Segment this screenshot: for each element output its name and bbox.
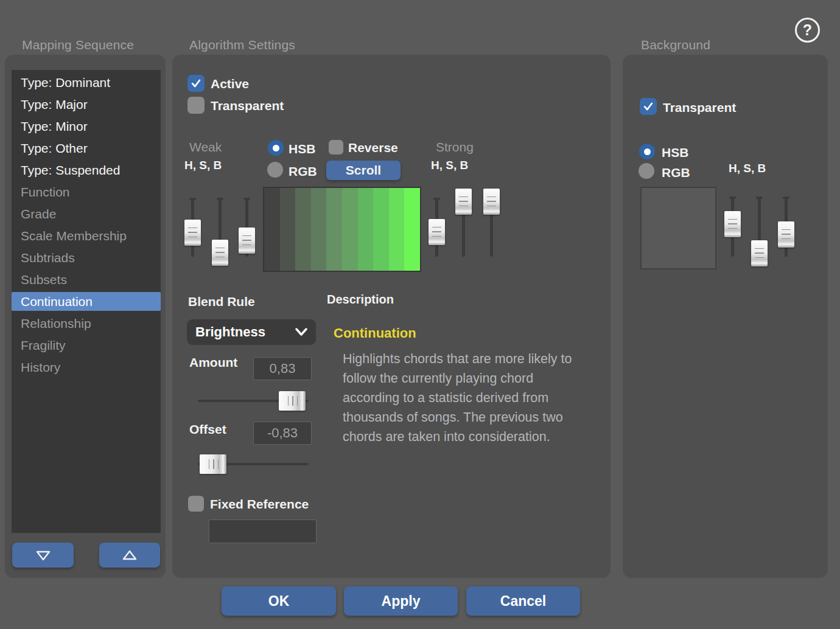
offset-slider[interactable] [198,454,309,474]
amount-field[interactable] [253,357,312,380]
weak-h-slider[interactable] [184,198,201,257]
list-item[interactable]: Grade [12,204,161,223]
active-label: Active [211,77,249,91]
list-item[interactable]: History [12,358,161,377]
list-item[interactable]: Type: Major [12,95,161,114]
scroll-button-label: Scroll [346,163,381,178]
rgb-radio[interactable] [267,162,283,178]
weak-label: Weak [189,140,222,155]
active-checkbox[interactable] [187,75,205,92]
blend-rule-label: Blend Rule [188,294,255,309]
background-h-slider[interactable] [724,197,741,257]
slider-thumb[interactable] [279,391,306,411]
list-item[interactable]: Relationship [12,314,161,333]
background-rgb-label: RGB [662,165,690,180]
gradient-band [358,188,374,271]
blend-rule-dropdown[interactable]: Brightness [187,319,316,345]
amount-slider[interactable] [198,391,309,411]
description-body: Highlights chords that are more likely t… [343,349,593,447]
background-hsb-label: HSB [662,145,688,160]
background-b-slider[interactable] [778,197,794,257]
list-item[interactable]: Function [12,182,161,201]
gradient-band [404,188,420,271]
check-icon [642,100,654,113]
gradient-band [373,188,389,271]
fixed-reference-field[interactable] [209,520,317,543]
slider-thumb[interactable] [200,454,226,474]
triangle-down-icon [34,548,52,563]
gradient-band [295,188,311,271]
mapping-sequence-panel: Type: DominantType: MajorType: MinorType… [5,55,166,578]
algorithm-settings-title: Algorithm Settings [189,38,295,52]
slider-thumb[interactable] [455,189,472,215]
cancel-button[interactable]: Cancel [466,586,580,616]
list-item[interactable]: Type: Dominant [12,73,161,92]
scroll-button[interactable]: Scroll [326,161,401,180]
gradient-band [311,188,327,271]
rgb-label: RGB [289,164,317,179]
strong-hsb-label: H, S, B [431,159,468,172]
strong-b-slider[interactable] [483,198,500,257]
strong-h-slider[interactable] [429,198,445,257]
background-rgb-radio[interactable] [639,163,654,179]
weak-s-slider[interactable] [212,198,228,257]
slider-thumb[interactable] [212,240,228,266]
move-down-button[interactable] [12,543,74,568]
list-item[interactable]: Fragility [12,336,161,355]
background-transparent-label: Transparent [663,100,736,115]
weak-b-slider[interactable] [239,198,255,257]
background-hsb-radio[interactable] [639,144,655,159]
list-item[interactable]: Continuation [12,292,161,311]
slider-thumb[interactable] [751,240,768,266]
strong-label: Strong [436,140,474,155]
offset-field[interactable] [253,422,312,445]
list-item[interactable]: Type: Suspended [12,161,161,179]
background-transparent-checkbox[interactable] [640,98,657,115]
strong-s-slider[interactable] [455,198,472,257]
move-up-button[interactable] [99,543,160,568]
triangle-up-icon [121,548,139,563]
apply-button-label: Apply [382,593,421,610]
transparent-checkbox[interactable] [187,97,205,114]
gradient-band [342,188,358,271]
list-item[interactable]: Type: Minor [12,117,161,136]
fixed-reference-checkbox[interactable] [188,496,204,512]
ok-button[interactable]: OK [222,586,336,616]
weak-hsb-label: H, S, B [184,159,222,172]
list-item[interactable]: Subsets [12,270,161,289]
list-item[interactable]: Scale Membership [12,226,161,245]
description-label: Description [327,293,394,307]
hsb-label: HSB [289,142,315,156]
hsb-radio[interactable] [268,140,284,156]
cancel-button-label: Cancel [500,593,546,610]
slider-thumb[interactable] [483,189,500,215]
background-hsb-letters: H, S, B [729,162,766,175]
list-item[interactable]: Subtriads [12,248,161,267]
mapping-sequence-list[interactable]: Type: DominantType: MajorType: MinorType… [12,70,161,533]
radio-dot [644,148,651,155]
help-icon[interactable]: ? [795,18,820,43]
list-item[interactable]: Type: Other [12,139,161,158]
gradient-strip [263,187,421,272]
gradient-band [326,188,342,271]
chevron-down-icon [295,328,307,336]
background-panel: Transparent HSB RGB H, S, B [623,55,828,578]
gradient-band [264,188,280,271]
amount-label: Amount [189,355,237,370]
apply-button[interactable]: Apply [344,586,458,616]
mapping-sequence-title: Mapping Sequence [22,38,134,52]
reverse-checkbox[interactable] [329,140,343,155]
slider-thumb[interactable] [429,219,445,245]
question-glyph: ? [803,21,812,39]
slider-thumb[interactable] [724,211,741,237]
blend-rule-value: Brightness [195,324,265,340]
background-s-slider[interactable] [751,197,768,257]
gradient-band [389,188,405,271]
slider-thumb[interactable] [184,220,201,246]
check-icon [190,77,202,89]
transparent-label: Transparent [211,99,284,113]
slider-thumb[interactable] [239,228,255,254]
slider-thumb[interactable] [778,221,794,248]
reverse-label: Reverse [348,141,398,155]
offset-label: Offset [189,422,226,437]
